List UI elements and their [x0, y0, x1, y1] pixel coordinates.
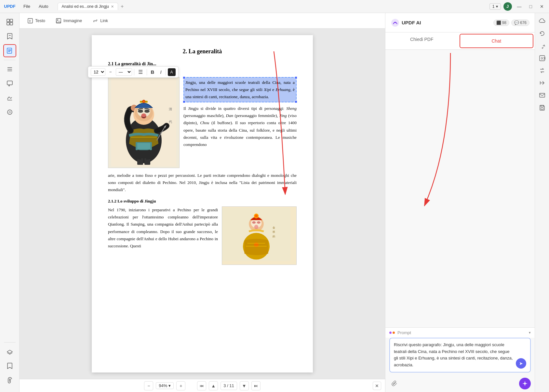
- pdf-text-column: Jingju, una delle maggiori scuole teatra…: [183, 77, 297, 168]
- pdf-section-title: 2. La generalità: [108, 48, 297, 55]
- chat-input-text[interactable]: Riscrivi questo paragrafo: Jingju, una d…: [394, 342, 513, 369]
- sidebar-divider: [4, 60, 16, 60]
- menu-file[interactable]: File: [20, 3, 34, 10]
- sidebar-icon-outline[interactable]: [3, 63, 16, 76]
- chat-input-area[interactable]: Riscrivi questo paragrafo: Jingju, una d…: [389, 338, 531, 372]
- updf-ai-label: UPDF AI: [402, 20, 421, 25]
- pdf-bottom-text: Nel 1790, iniziarono i preparativi a Pec…: [108, 206, 218, 265]
- color-picker-button[interactable]: A ▾: [168, 68, 176, 76]
- sidebar-icon-thumbnails[interactable]: [3, 16, 16, 29]
- sidebar-icon-bookmark-bottom[interactable]: [3, 359, 16, 372]
- chat-sparkle-icon[interactable]: [519, 378, 531, 389]
- prompt-label: Prompt: [397, 330, 411, 335]
- minimize-button[interactable]: —: [515, 4, 524, 9]
- chat-send-button[interactable]: ➤: [516, 358, 526, 369]
- opera-figure-image-2: 金 班 的: [222, 206, 297, 265]
- zoom-in-button[interactable]: +: [176, 381, 185, 390]
- svg-rect-2: [7, 22, 9, 25]
- titlebar: UPDF File Aiuto Analisi ed es...one di J…: [0, 0, 549, 13]
- sidebar-icon-signatures[interactable]: [3, 91, 16, 104]
- prompt-dot-orange: [393, 332, 395, 334]
- pdf-viewer[interactable]: 12 14 16 − — ☰ B I A ▾: [20, 29, 385, 379]
- zoom-out-button[interactable]: −: [144, 381, 153, 390]
- tab-chiedi-pdf[interactable]: Chiedi PDF: [385, 33, 458, 47]
- badge-98-icon: ⬛: [496, 20, 501, 25]
- next-page-button[interactable]: ▼: [240, 381, 249, 390]
- user-avatar[interactable]: J: [503, 2, 512, 11]
- toolbar-link[interactable]: Link: [90, 17, 111, 25]
- last-page-button[interactable]: ⏭: [251, 381, 261, 390]
- badge-676-value: 676: [520, 20, 527, 25]
- first-page-button[interactable]: ⏮: [197, 381, 206, 390]
- svg-rect-59: [541, 105, 543, 107]
- svg-point-45: [257, 221, 261, 224]
- svg-point-43: [254, 225, 259, 229]
- svg-line-36: [139, 150, 140, 159]
- chat-bottom-icons: [385, 376, 535, 392]
- menu-bar: File Aiuto: [20, 3, 52, 10]
- text-align-button[interactable]: ☰: [136, 68, 145, 76]
- svg-point-18: [57, 19, 58, 20]
- right-icon-undo[interactable]: [537, 28, 548, 39]
- toolbar-testo-label: Testo: [35, 18, 45, 23]
- bottom-bar-right: ✕: [373, 382, 381, 390]
- right-icon-convert[interactable]: [537, 65, 548, 76]
- toolbar-immagine-label: Immagine: [63, 18, 82, 23]
- selection-handle-tl: [183, 76, 185, 79]
- tab-chat[interactable]: Chat: [460, 34, 534, 48]
- highlighted-text: Jingju, una delle maggiori scuole teatra…: [185, 80, 295, 99]
- editor-toolbar: T Testo Immagine Link: [20, 13, 385, 29]
- sidebar-icon-paperclip[interactable]: [3, 374, 16, 387]
- pdf-bottom-content: Nel 1790, iniziarono i preparativi a Pec…: [108, 206, 297, 265]
- toolbar-separator-1: [134, 69, 134, 75]
- sidebar-icon-ai[interactable]: [3, 106, 16, 119]
- page-nav[interactable]: 1 ▾: [489, 3, 501, 10]
- main-area: T Testo Immagine Link: [0, 13, 549, 392]
- chat-area[interactable]: [385, 50, 535, 327]
- font-style-select[interactable]: —: [116, 68, 132, 76]
- pdf-bottom-bar: − 94% ▾ + ⏮ ▲ 3 / 11 ▼ ⏭ ✕: [20, 379, 385, 392]
- close-button[interactable]: ✕: [537, 4, 546, 9]
- right-icon-ocr[interactable]: OCR: [537, 53, 548, 64]
- sidebar-icon-layers[interactable]: [3, 345, 16, 358]
- maximize-button[interactable]: □: [527, 4, 535, 9]
- menu-aiuto[interactable]: Aiuto: [35, 3, 52, 10]
- new-tab-button[interactable]: +: [119, 4, 125, 9]
- zoom-chevron-icon: ▾: [168, 383, 171, 388]
- italic-button[interactable]: I: [158, 68, 163, 76]
- page-number: 1: [492, 4, 495, 9]
- tab-current-file[interactable]: Analisi ed es...one di Jingju ✕: [58, 3, 118, 10]
- svg-text:金: 金: [273, 226, 275, 229]
- right-icon-mail[interactable]: [537, 90, 548, 101]
- sidebar-icon-bookmarks[interactable]: [3, 30, 16, 43]
- toolbar-immagine[interactable]: Immagine: [53, 17, 85, 25]
- toolbar-testo[interactable]: T Testo: [25, 17, 48, 25]
- right-icon-redo[interactable]: [537, 40, 548, 51]
- pdf-heading-2-1: 2.1 La generalità di Jin...: [108, 61, 297, 67]
- tab-close-button[interactable]: ✕: [111, 5, 114, 9]
- text-edit-toolbar: 12 14 16 − — ☰ B I A ▾: [88, 66, 179, 78]
- zoom-level[interactable]: 94% ▾: [156, 382, 174, 389]
- close-toolbar-button[interactable]: ✕: [373, 382, 381, 390]
- sidebar-icon-comments[interactable]: [3, 77, 16, 90]
- right-panel: UPDF AI ⬛ 98 💬 676 Chiedi PDF Chat: [385, 13, 535, 392]
- tab-title: Analisi ed es...one di Jingju: [62, 4, 109, 9]
- sidebar-icon-edit-active[interactable]: [3, 44, 16, 57]
- pdf-page: 2. La generalità 2.1 La generalità di Ji…: [92, 35, 313, 372]
- prev-page-button[interactable]: ▲: [209, 381, 218, 390]
- right-icon-cloud[interactable]: [537, 16, 548, 27]
- bold-button[interactable]: B: [149, 68, 156, 76]
- prompt-chevron-icon[interactable]: ▾: [529, 331, 531, 335]
- toolbar-link-label: Link: [100, 18, 108, 23]
- font-size-select[interactable]: 12 14 16: [91, 68, 105, 76]
- right-icon-share[interactable]: [537, 77, 548, 88]
- svg-rect-3: [10, 22, 13, 25]
- svg-point-44: [252, 221, 256, 224]
- svg-rect-58: [540, 93, 545, 97]
- chat-attach-icon[interactable]: [389, 378, 400, 389]
- svg-point-14: [7, 110, 12, 114]
- svg-text:班: 班: [273, 231, 275, 234]
- right-panel-tabs: Chiedi PDF Chat: [385, 33, 535, 50]
- right-icon-save[interactable]: [537, 102, 548, 113]
- font-size-minus-button[interactable]: −: [107, 69, 114, 75]
